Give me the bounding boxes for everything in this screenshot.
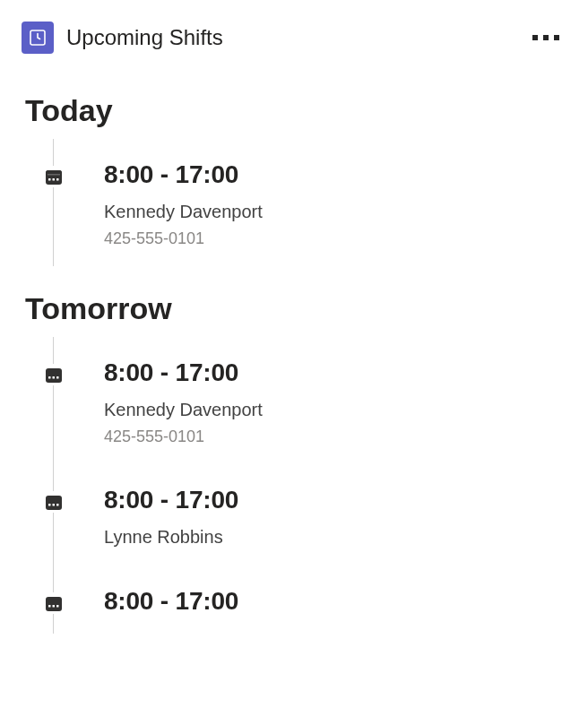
header: Upcoming Shifts [0, 0, 588, 68]
shift-person-phone: 425-555-0101 [104, 229, 263, 248]
calendar-icon [43, 166, 65, 187]
shift-item[interactable]: 8:00 - 17:00 Kennedy Davenport 425-555-0… [25, 139, 563, 266]
svg-rect-10 [56, 376, 59, 379]
more-button[interactable] [525, 28, 566, 47]
shift-time: 8:00 - 17:00 [104, 486, 238, 514]
svg-rect-13 [53, 504, 56, 506]
shift-person-name: Kennedy Davenport [104, 400, 263, 420]
svg-rect-15 [46, 597, 62, 611]
svg-rect-11 [46, 496, 62, 510]
svg-rect-16 [48, 605, 51, 608]
section-today: Today 8:00 - 17:00 Kennedy Davenport 425… [0, 93, 588, 266]
section-title: Tomorrow [25, 291, 563, 326]
more-icon [532, 35, 538, 40]
section-title: Today [25, 93, 563, 128]
page-title: Upcoming Shifts [66, 25, 525, 50]
section-tomorrow: Tomorrow 8:00 - 17:00 Kennedy Davenport … [0, 291, 588, 634]
more-icon [543, 35, 549, 40]
svg-rect-9 [53, 376, 56, 379]
shift-person-phone: 425-555-0101 [104, 427, 263, 446]
shift-content: 8:00 - 17:00 Lynne Robbins [65, 486, 238, 548]
svg-rect-17 [53, 605, 56, 608]
shift-person-name: Lynne Robbins [104, 527, 238, 548]
svg-rect-18 [56, 605, 59, 608]
svg-rect-2 [48, 178, 51, 181]
clock-icon [22, 22, 54, 54]
timeline: 8:00 - 17:00 Kennedy Davenport 425-555-0… [25, 139, 563, 266]
svg-rect-4 [56, 178, 59, 181]
svg-rect-12 [48, 504, 51, 506]
svg-rect-3 [53, 178, 56, 181]
calendar-icon [43, 491, 65, 513]
more-icon [554, 35, 559, 40]
svg-rect-8 [48, 376, 51, 379]
calendar-icon [43, 592, 65, 614]
shift-content: 8:00 - 17:00 Kennedy Davenport 425-555-0… [65, 358, 263, 446]
shift-item[interactable]: 8:00 - 17:00 Lynne Robbins [25, 464, 563, 566]
svg-rect-6 [48, 174, 60, 176]
shift-time: 8:00 - 17:00 [104, 160, 263, 189]
shift-item[interactable]: 8:00 - 17:00 [25, 566, 563, 634]
shift-item[interactable]: 8:00 - 17:00 Kennedy Davenport 425-555-0… [25, 337, 563, 464]
svg-rect-14 [56, 504, 59, 506]
shift-content: 8:00 - 17:00 [65, 587, 238, 616]
shift-person-name: Kennedy Davenport [104, 202, 263, 222]
shift-time: 8:00 - 17:00 [104, 358, 263, 387]
timeline: 8:00 - 17:00 Kennedy Davenport 425-555-0… [25, 337, 563, 634]
calendar-icon [43, 364, 65, 385]
shift-time: 8:00 - 17:00 [104, 587, 238, 616]
shift-content: 8:00 - 17:00 Kennedy Davenport 425-555-0… [65, 160, 263, 248]
svg-rect-7 [46, 368, 62, 383]
